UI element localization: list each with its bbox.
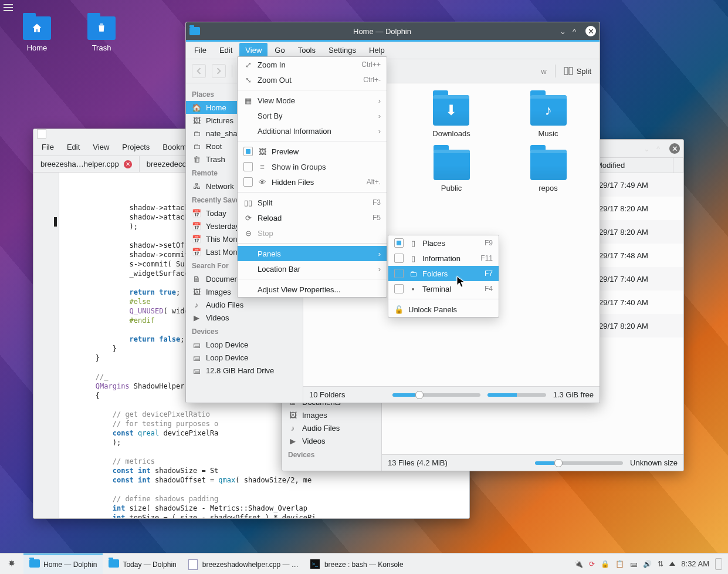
sidebar-item-images[interactable]: 🖼Images [282, 408, 381, 421]
kate-menu-view[interactable]: View [87, 140, 115, 154]
folder-label: Music [530, 129, 567, 138]
view-zoom-in[interactable]: ⤢Zoom InCtrl++ [238, 57, 387, 72]
minimize-icon[interactable]: ⌄ [560, 27, 568, 35]
minimize-icon[interactable]: ⌄ [644, 144, 652, 153]
taskbar-clock[interactable]: 8:32 AM [681, 559, 709, 568]
view-panels[interactable]: .Panels› [238, 246, 387, 261]
taskbar-entry[interactable]: breezeshadowhelper.cpp — … [182, 553, 304, 574]
view-preview[interactable]: 🖼Preview [238, 144, 387, 159]
panel-places[interactable]: ▯PlacesF9 [388, 235, 499, 251]
folder-music[interactable]: ♪Music [530, 95, 567, 138]
taskbar-entry[interactable]: Home — Dolphin [23, 553, 103, 574]
usb-icon[interactable]: 🔌 [574, 560, 583, 568]
folder-downloads[interactable]: ⬇Downloads [432, 95, 470, 138]
update-icon[interactable]: ⟳ [589, 560, 595, 568]
panel-folders[interactable]: 🗀FoldersF7 [388, 266, 499, 281]
video-icon: ▶ [192, 313, 201, 322]
menu-tools[interactable]: Tools [292, 43, 321, 58]
folder-public[interactable]: Public [434, 150, 470, 193]
view-sort-by[interactable]: .Sort By› [238, 108, 387, 123]
view-adjust-properties[interactable]: .Adjust View Properties... [238, 282, 387, 297]
taskbar-entry[interactable]: Today — Dolphin [103, 553, 182, 574]
menu-view[interactable]: View [239, 43, 268, 58]
maximize-icon[interactable]: ^ [656, 144, 665, 153]
close-icon[interactable]: ✕ [124, 160, 132, 168]
kate-tab-breezeshadowhelper[interactable]: breezesha…helper.cpp ✕ [33, 156, 140, 172]
nav-forward-button[interactable] [212, 64, 226, 78]
zoom-slider[interactable] [535, 461, 623, 465]
lock-icon[interactable]: 🔒 [601, 560, 610, 568]
sidebar-item-loop-device[interactable]: 🖴Loop Device [186, 338, 303, 351]
folder-label: Downloads [432, 129, 470, 138]
volume-icon[interactable]: 🔊 [643, 560, 652, 568]
taskbar-entry[interactable]: >_breeze : bash — Konsole [304, 553, 409, 574]
panel-terminal[interactable]: ▪TerminalF4 [388, 281, 499, 296]
view-additional-info[interactable]: .Additional Information› [238, 123, 387, 139]
menu-go[interactable]: Go [269, 43, 290, 58]
folder-icon: 🗀 [408, 269, 418, 278]
close-icon[interactable]: ✕ [669, 143, 680, 154]
column-modified[interactable]: Modified [591, 158, 673, 173]
today-statusbar: 13 Files (4.2 MiB) Unknown size [382, 454, 683, 471]
view-show-groups[interactable]: ≡Show in Groups [238, 159, 387, 174]
desktop-menu-button[interactable] [2, 2, 14, 14]
chevron-right-icon: › [378, 96, 381, 105]
taskbar-entry-label: breezeshadowhelper.cpp — … [202, 561, 299, 569]
kate-menu-edit[interactable]: Edit [61, 140, 86, 154]
checkbox-icon [243, 162, 253, 171]
view-hidden-files[interactable]: 👁Hidden FilesAlt+. [238, 174, 387, 190]
cal-icon: 📅 [192, 234, 201, 244]
kate-menu-file[interactable]: File [36, 140, 60, 154]
modified-date: 12/29/17 7:40 AM [588, 298, 679, 307]
panel-information[interactable]: ▯InformationF11 [388, 251, 499, 266]
view-reload[interactable]: ⟳ReloadF5 [238, 210, 387, 225]
panel-unlock[interactable]: 🔓Unlock Panels [388, 302, 499, 317]
zoom-slider[interactable] [392, 393, 480, 397]
network-icon[interactable]: ⇅ [658, 560, 663, 568]
view-zoom-out[interactable]: ⤡Zoom OutCtrl+- [238, 72, 387, 87]
home-icon: 🏠 [192, 103, 201, 112]
menu-help[interactable]: Help [363, 43, 391, 58]
nav-back-button[interactable] [192, 64, 206, 78]
chevron-right-icon: › [378, 112, 381, 120]
desktop-icon-home[interactable]: Home [11, 16, 63, 52]
zoom-in-icon: ⤢ [243, 60, 253, 69]
split-label: Split [577, 67, 591, 76]
kate-menu-projects[interactable]: Projects [116, 140, 155, 154]
view-split[interactable]: ▯▯SplitF3 [238, 195, 387, 210]
sidebar-item-audio-files[interactable]: ♪Audio Files [186, 298, 303, 311]
menu-settings[interactable]: Settings [323, 43, 362, 58]
hdd-icon[interactable]: 🖴 [630, 560, 637, 568]
folder-icon: ♪ [530, 95, 567, 126]
zoom-out-icon: ⤡ [243, 75, 253, 85]
clipboard-icon[interactable]: 📋 [615, 560, 624, 568]
sidebar-item-videos[interactable]: ▶Videos [282, 434, 381, 447]
menu-file[interactable]: File [188, 43, 212, 58]
view-mode-icon: ▦ [243, 96, 253, 105]
folder-repos[interactable]: repos [530, 150, 567, 193]
maximize-icon[interactable]: ^ [573, 27, 581, 35]
desktop-icon-trash-label: Trash [75, 43, 128, 52]
show-desktop-button[interactable] [715, 558, 722, 570]
view-view-mode[interactable]: ▦View Mode› [238, 93, 387, 108]
cal-icon: 📅 [192, 247, 201, 256]
dolphin-statusbar: 10 Folders 1.3 GiB free [303, 386, 600, 403]
desktop-icon-trash[interactable]: Trash [75, 16, 128, 52]
view-location-bar[interactable]: .Location Bar› [238, 261, 387, 276]
sidebar-item-audio[interactable]: ♪Audio Files [282, 421, 381, 434]
close-icon[interactable]: ✕ [585, 26, 596, 36]
split-button[interactable]: Split [561, 64, 594, 78]
sidebar-item-videos[interactable]: ▶Videos [186, 311, 303, 324]
audio-icon: ♪ [288, 423, 297, 433]
folder-label: repos [530, 184, 567, 193]
taskbar: Home — DolphinToday — Dolphinbreezeshado… [0, 553, 728, 574]
sidebar-item-12-8-gib-hard-drive[interactable]: 🖴12.8 GiB Hard Drive [186, 364, 303, 377]
dolphin-home-titlebar[interactable]: Home — Dolphin ⌄ ^ ✕ [186, 22, 600, 40]
sidebar-heading-devices: Devices [282, 447, 381, 461]
menu-edit[interactable]: Edit [214, 43, 238, 58]
video-icon: ▶ [288, 436, 297, 445]
network-icon: 🖧 [192, 181, 201, 191]
tray-expand-icon[interactable] [669, 562, 675, 566]
start-button[interactable] [4, 556, 20, 572]
sidebar-item-loop-device[interactable]: 🖴Loop Device [186, 351, 303, 364]
